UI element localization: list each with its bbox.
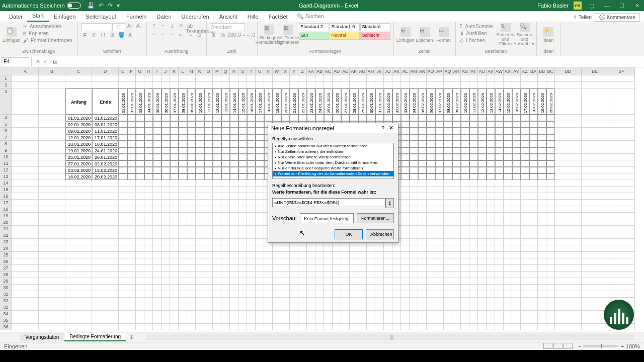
cell[interactable] <box>170 219 179 226</box>
cell[interactable] <box>401 285 410 291</box>
cell[interactable]: 05.01.2020 <box>153 88 162 115</box>
cell[interactable] <box>521 134 529 141</box>
cell[interactable] <box>290 75 298 82</box>
cell[interactable] <box>504 75 512 82</box>
cell[interactable] <box>555 226 582 232</box>
cell[interactable] <box>546 128 555 134</box>
cell[interactable] <box>529 232 538 239</box>
cell[interactable] <box>144 128 153 134</box>
cell[interactable] <box>144 134 153 141</box>
col-header[interactable]: AZ <box>521 67 529 75</box>
cell[interactable] <box>367 285 375 291</box>
cell[interactable] <box>170 298 179 304</box>
cell[interactable] <box>546 147 555 154</box>
cell[interactable] <box>495 285 504 291</box>
cell[interactable] <box>435 128 444 134</box>
cell[interactable] <box>196 128 204 134</box>
cell[interactable] <box>127 252 136 258</box>
row-header[interactable]: 1 <box>0 75 12 82</box>
cell[interactable] <box>170 304 179 311</box>
cell[interactable] <box>187 317 196 324</box>
insert-cells-button[interactable]: ⊞Einfügen <box>397 23 414 46</box>
cell[interactable] <box>452 291 461 298</box>
cell[interactable] <box>538 324 546 330</box>
cell[interactable] <box>119 291 127 298</box>
cell[interactable] <box>179 317 187 324</box>
enter-formula-icon[interactable]: ✓ <box>43 58 48 65</box>
cell[interactable] <box>546 82 555 88</box>
cell[interactable] <box>324 245 333 252</box>
cell[interactable] <box>521 219 529 226</box>
cell[interactable] <box>461 141 469 147</box>
cell[interactable] <box>461 200 469 206</box>
cell[interactable] <box>444 193 452 200</box>
cell[interactable] <box>136 200 144 206</box>
cell[interactable] <box>461 75 469 82</box>
cell[interactable] <box>410 180 418 187</box>
cell[interactable]: 10.01.2020 <box>196 88 204 115</box>
cell[interactable] <box>12 193 39 200</box>
cell[interactable] <box>504 219 512 226</box>
autosave-toggle[interactable]: Automatisches Speichern <box>2 3 81 9</box>
cell[interactable] <box>247 128 256 134</box>
cell[interactable] <box>333 324 341 330</box>
cell[interactable] <box>461 147 469 154</box>
cell[interactable] <box>162 134 170 141</box>
cell[interactable] <box>358 265 367 272</box>
cell[interactable] <box>504 167 512 173</box>
cell[interactable] <box>538 226 546 232</box>
cell[interactable] <box>221 291 230 298</box>
cell[interactable] <box>529 311 538 317</box>
cell[interactable] <box>582 245 608 252</box>
cell[interactable] <box>230 75 238 82</box>
cell[interactable] <box>546 258 555 265</box>
cell[interactable] <box>204 324 213 330</box>
cell[interactable] <box>39 193 65 200</box>
cell[interactable] <box>495 193 504 200</box>
cell[interactable] <box>230 239 238 245</box>
cell[interactable] <box>341 291 350 298</box>
cell[interactable] <box>196 180 204 187</box>
cell[interactable] <box>264 272 273 278</box>
cell[interactable] <box>546 311 555 317</box>
cell[interactable] <box>546 121 555 128</box>
cell[interactable] <box>608 88 635 115</box>
cell[interactable] <box>256 232 264 239</box>
cell[interactable] <box>521 317 529 324</box>
cell[interactable] <box>315 285 324 291</box>
cell[interactable] <box>358 252 367 258</box>
cell[interactable] <box>469 75 478 82</box>
cell[interactable] <box>12 160 39 167</box>
cell[interactable] <box>247 121 256 128</box>
cell[interactable] <box>144 265 153 272</box>
cell[interactable] <box>427 75 435 82</box>
cell[interactable] <box>529 245 538 252</box>
minimize-icon[interactable]: — <box>602 3 612 9</box>
row-header[interactable]: 24 <box>0 245 12 252</box>
cell[interactable] <box>315 115 324 121</box>
cell[interactable] <box>256 298 264 304</box>
cell[interactable] <box>238 121 247 128</box>
cell[interactable] <box>608 180 635 187</box>
cell[interactable] <box>341 115 350 121</box>
cell[interactable] <box>204 173 213 180</box>
cell[interactable] <box>196 134 204 141</box>
cell[interactable] <box>196 226 204 232</box>
cell[interactable] <box>247 245 256 252</box>
cell[interactable] <box>529 154 538 160</box>
cell[interactable] <box>495 121 504 128</box>
cell[interactable] <box>247 180 256 187</box>
cell[interactable] <box>187 180 196 187</box>
border-icon[interactable]: ⊞ <box>108 32 116 40</box>
cell[interactable] <box>427 219 435 226</box>
cell[interactable] <box>238 252 247 258</box>
cell[interactable] <box>546 272 555 278</box>
cell[interactable] <box>230 147 238 154</box>
cell[interactable] <box>136 154 144 160</box>
cell[interactable] <box>196 298 204 304</box>
cell[interactable] <box>512 167 521 173</box>
row-header[interactable]: 8 <box>0 141 12 147</box>
cell[interactable] <box>461 252 469 258</box>
cell[interactable] <box>238 213 247 219</box>
cell[interactable] <box>452 82 461 88</box>
